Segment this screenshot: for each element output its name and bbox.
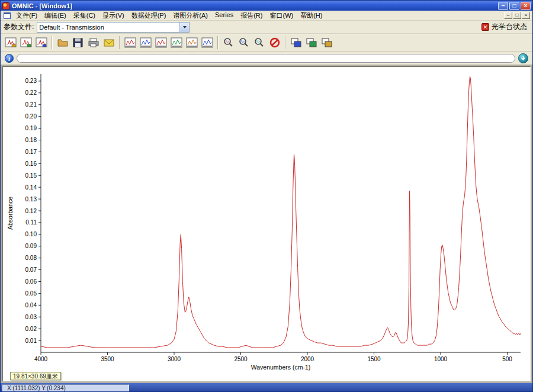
- spectrum-svg[interactable]: 40003500300025002000150010005000.010.020…: [3, 67, 530, 381]
- svg-text:0.06: 0.06: [25, 278, 37, 285]
- app-icon: [2, 2, 9, 9]
- svg-text:1000: 1000: [434, 356, 448, 362]
- menu-item-2[interactable]: 编辑(E): [41, 11, 70, 21]
- full-scale-icon: [124, 37, 136, 48]
- mdi-restore-button[interactable]: □: [513, 12, 521, 19]
- find-peaks-button[interactable]: [221, 36, 236, 50]
- cursor-coordinates: X:(1111.032) Y:(0.234): [2, 384, 129, 392]
- print-icon: [88, 37, 99, 48]
- email-button[interactable]: [101, 36, 117, 50]
- library-search-button[interactable]: [252, 36, 267, 50]
- info-bar: i: [1, 52, 532, 65]
- svg-text:0.09: 0.09: [25, 243, 37, 249]
- autoscale-icon: [140, 37, 152, 48]
- new-window-button[interactable]: [319, 36, 335, 50]
- open-icon: [57, 37, 69, 48]
- menu-item-5[interactable]: 数据处理(P): [128, 11, 170, 21]
- copy-window-button[interactable]: [288, 36, 304, 50]
- collect-sample-icon: [36, 37, 47, 48]
- menu-item-7[interactable]: Series: [211, 11, 237, 21]
- toolbar-separator: [285, 36, 286, 49]
- arrow-down-icon: [521, 56, 526, 61]
- minimize-button[interactable]: –: [498, 2, 508, 10]
- collect-background-icon: [20, 37, 32, 48]
- svg-text:0.17: 0.17: [25, 149, 37, 155]
- svg-text:3000: 3000: [168, 356, 181, 362]
- info-icon: i: [5, 54, 14, 63]
- svg-text:3500: 3500: [101, 356, 114, 362]
- menu-item-6[interactable]: 谱图分析(A): [169, 11, 211, 21]
- restore-button[interactable]: □: [509, 2, 519, 10]
- full-scale-button[interactable]: [123, 36, 138, 50]
- new-window-icon: [321, 37, 333, 48]
- zoom-button[interactable]: [236, 36, 252, 50]
- status-bar: X:(1111.032) Y:(0.234): [1, 383, 532, 392]
- svg-text:0.10: 0.10: [25, 231, 37, 237]
- close-button[interactable]: ×: [521, 2, 531, 10]
- stack-spectra-button[interactable]: [200, 36, 215, 50]
- open-button[interactable]: [55, 36, 70, 50]
- svg-text:0.03: 0.03: [25, 314, 37, 320]
- svg-text:0.01: 0.01: [25, 338, 37, 344]
- save-icon: [72, 37, 84, 48]
- svg-text:0.20: 0.20: [25, 113, 37, 120]
- menu-item-8[interactable]: 报告(R): [237, 11, 266, 21]
- match-scale-button[interactable]: [169, 36, 184, 50]
- spectral-id-icon: [269, 37, 281, 48]
- toolbar-separator: [52, 36, 53, 49]
- chart-client-area: 40003500300025002000150010005000.010.020…: [1, 65, 532, 383]
- save-button[interactable]: [70, 36, 86, 50]
- chevron-down-icon[interactable]: [179, 23, 189, 32]
- stack-spectra-icon: [201, 37, 213, 48]
- svg-text:0.14: 0.14: [25, 184, 37, 191]
- svg-text:0.13: 0.13: [25, 196, 37, 203]
- svg-text:Absorbance: Absorbance: [7, 197, 14, 230]
- menu-item-9[interactable]: 窗口(W): [266, 11, 297, 21]
- experiment-setup-button[interactable]: [3, 36, 18, 50]
- library-search-icon: [253, 37, 265, 48]
- find-peaks-icon: [223, 37, 235, 48]
- svg-text:500: 500: [502, 356, 512, 362]
- mdi-minimize-button[interactable]: –: [504, 12, 512, 19]
- parameter-file-value: Default - Transmission: [37, 24, 179, 31]
- svg-text:0.08: 0.08: [25, 255, 37, 261]
- parameter-file-select[interactable]: Default - Transmission: [37, 22, 190, 33]
- parameter-file-label: 参数文件:: [4, 22, 34, 32]
- offset-spectra-button[interactable]: [184, 36, 200, 50]
- common-scale-icon: [155, 37, 167, 48]
- svg-text:2000: 2000: [301, 356, 314, 362]
- svg-text:0.07: 0.07: [25, 266, 37, 273]
- info-field[interactable]: [17, 54, 515, 63]
- menu-item-4[interactable]: 显示(V): [99, 11, 128, 21]
- bench-status[interactable]: ✕ 光学台状态: [481, 22, 529, 32]
- info-arrow-button[interactable]: [518, 53, 528, 63]
- paste-window-button[interactable]: [304, 36, 319, 50]
- zoom-icon: [238, 37, 250, 48]
- parameter-bar: 参数文件: Default - Transmission ✕ 光学台状态: [1, 21, 532, 34]
- menu-item-10[interactable]: 帮助(H): [297, 11, 326, 21]
- svg-text:0.21: 0.21: [25, 101, 37, 108]
- paste-window-icon: [306, 37, 317, 48]
- common-scale-button[interactable]: [153, 36, 169, 50]
- autoscale-button[interactable]: [138, 36, 153, 50]
- svg-text:0.04: 0.04: [25, 302, 37, 309]
- mdi-close-button[interactable]: ×: [522, 12, 530, 19]
- svg-text:2500: 2500: [234, 356, 248, 362]
- menu-item-3[interactable]: 采集(C): [70, 11, 99, 21]
- svg-text:0.18: 0.18: [25, 137, 37, 143]
- menu-item-1[interactable]: 文件(F): [12, 11, 41, 21]
- window-controls: – □ ×: [498, 2, 531, 10]
- spectral-id-button[interactable]: [267, 36, 282, 50]
- print-button[interactable]: [86, 36, 101, 50]
- collect-background-button[interactable]: [18, 36, 34, 50]
- svg-text:0.23: 0.23: [25, 78, 37, 84]
- collect-sample-button[interactable]: [34, 36, 49, 50]
- svg-text:0.11: 0.11: [25, 219, 37, 226]
- document-icon: [4, 12, 11, 19]
- svg-text:0.02: 0.02: [25, 326, 37, 332]
- svg-text:0.12: 0.12: [25, 208, 37, 214]
- menu-items: 文件(F)编辑(E)采集(C)显示(V)数据处理(P)谱图分析(A)Series…: [12, 11, 504, 21]
- toolbar-separator: [119, 36, 120, 49]
- spectrum-chart[interactable]: 40003500300025002000150010005000.010.020…: [2, 66, 531, 381]
- experiment-setup-icon: [5, 37, 17, 48]
